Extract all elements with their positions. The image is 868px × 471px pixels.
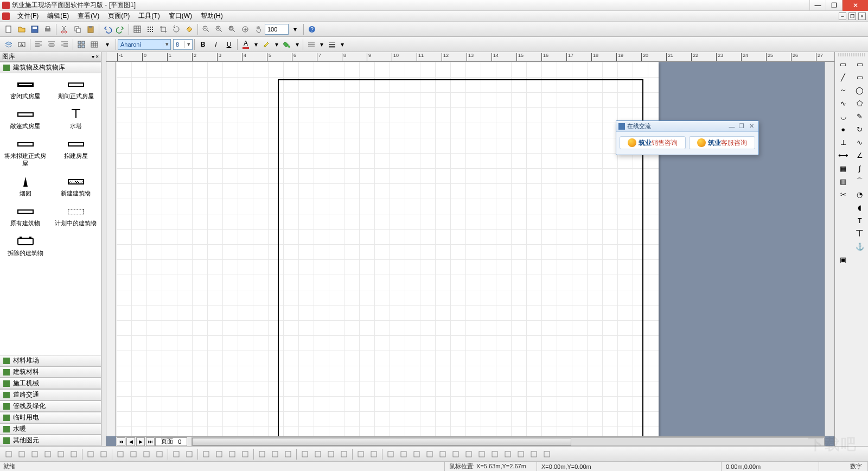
align-middle-button[interactable] (55, 448, 67, 460)
arc-tool[interactable]: ◡ (836, 110, 850, 122)
align-right-button[interactable] (59, 39, 71, 50)
a5-button[interactable] (437, 448, 449, 460)
spacing-h-button[interactable] (355, 448, 367, 460)
a1-button[interactable] (385, 448, 397, 460)
library-item-9[interactable]: 计划中的建筑物 (50, 200, 101, 230)
mdi-minimize-button[interactable]: – (839, 12, 846, 20)
rotate-cw-button[interactable] (114, 448, 126, 460)
hscroll-track[interactable] (192, 437, 825, 446)
chat-panel-header[interactable]: 在线交流 — ❐ ✕ (616, 121, 758, 132)
chat-maximize-button[interactable]: ❐ (737, 123, 746, 130)
menu-帮助[interactable]: 帮助(H) (196, 11, 227, 21)
library-item-2[interactable]: 敞篷式房屋 (0, 103, 50, 133)
edit-point-tool[interactable]: ✎ (853, 110, 867, 122)
vertical-scrollbar[interactable] (825, 62, 834, 436)
curve-tool[interactable]: ∿ (836, 97, 850, 109)
category-active[interactable]: 建筑物及构筑物库 (0, 62, 101, 73)
bring-forward-button[interactable] (226, 448, 238, 460)
spline-tool[interactable]: ∫ (853, 162, 867, 174)
text-box-button[interactable]: A (16, 39, 28, 50)
open-button[interactable] (16, 23, 28, 35)
category-6[interactable]: 水暖 (0, 423, 101, 435)
zoom-page-button[interactable] (239, 23, 251, 35)
angle-tool[interactable]: ∠ (853, 149, 867, 161)
align-center-h-button[interactable] (16, 448, 28, 460)
category-3[interactable]: 道路交通 (0, 389, 101, 400)
help-button[interactable]: ? (306, 23, 318, 35)
mdi-close-button[interactable]: × (858, 12, 866, 20)
redo-button[interactable] (114, 23, 126, 35)
vertical-ruler[interactable] (106, 62, 116, 436)
polyline-tool[interactable]: ▭ (853, 71, 867, 83)
chord-tool[interactable]: ◖ (853, 201, 867, 213)
a2-button[interactable] (398, 448, 410, 460)
minimize-button[interactable]: — (809, 0, 826, 11)
maximize-button[interactable]: ❐ (826, 0, 842, 11)
a8-button[interactable] (476, 448, 488, 460)
bring-front-button[interactable] (200, 448, 212, 460)
select-tool[interactable]: ▭ (836, 58, 850, 70)
underline-button[interactable]: U (223, 39, 235, 50)
group-button[interactable] (170, 448, 182, 460)
fill-dropdown[interactable]: ▾ (294, 39, 301, 50)
library-item-3[interactable]: 水塔 (50, 103, 101, 133)
sales-consult-button[interactable]: 筑业销售咨询 (620, 136, 686, 149)
same-width-button[interactable] (256, 448, 268, 460)
image-tool[interactable]: ▣ (836, 253, 850, 265)
arc2-tool[interactable]: ⌒ (853, 175, 867, 187)
copy-button[interactable] (72, 23, 84, 35)
close-button[interactable]: ✕ (842, 0, 868, 11)
menu-查看[interactable]: 查看(V) (73, 11, 104, 21)
undo-button[interactable] (101, 23, 113, 35)
chat-minimize-button[interactable]: — (727, 123, 737, 130)
pan-button[interactable] (252, 23, 264, 35)
freehand-tool[interactable]: ～ (836, 84, 850, 96)
library-item-7[interactable]: 新建建筑物 (50, 170, 101, 200)
perpendicular-tool[interactable]: ⊥ (836, 136, 850, 148)
library-close-icon[interactable]: × (95, 54, 99, 60)
dropdown-icon[interactable]: ▾ (101, 39, 113, 50)
page-tab[interactable]: 页面 0 (155, 437, 187, 446)
menu-页面[interactable]: 页面(P) (104, 11, 134, 21)
grid-settings-button[interactable] (75, 39, 87, 50)
menu-文件[interactable]: 文件(F) (13, 11, 43, 21)
library-dropdown-icon[interactable]: ▾ (92, 54, 94, 60)
font-size-combo[interactable]: 8▾ (173, 39, 193, 50)
line-weight-dropdown[interactable]: ▾ (339, 39, 346, 50)
line-weight-button[interactable] (326, 39, 338, 50)
zoom-fit-button[interactable] (226, 23, 238, 35)
zoom-dropdown-button[interactable]: ▾ (289, 23, 301, 35)
a12-button[interactable] (528, 448, 540, 460)
a9-button[interactable] (489, 448, 501, 460)
support-consult-button[interactable]: 筑业客服咨询 (689, 136, 755, 149)
category-1[interactable]: 建筑材料 (0, 366, 101, 378)
text-tool[interactable]: T (853, 214, 867, 226)
new-button[interactable] (3, 23, 15, 35)
tab-prev-button[interactable]: ◀ (126, 437, 135, 446)
line-style-button[interactable] (305, 39, 317, 50)
library-item-6[interactable]: 烟囱 (0, 170, 50, 200)
dist-v-button[interactable] (98, 448, 110, 460)
horizontal-ruler[interactable]: -101234567891011121314151617181920212223… (106, 52, 834, 62)
library-item-4[interactable]: 将来拟建正式房屋 (0, 133, 50, 170)
bold-button[interactable]: B (197, 39, 209, 50)
a3-button[interactable] (411, 448, 423, 460)
ellipse-tool[interactable]: ◯ (853, 84, 867, 96)
a4-button[interactable] (424, 448, 436, 460)
line-dropdown[interactable]: ▾ (318, 39, 325, 50)
grid4-button[interactable] (338, 448, 350, 460)
zoom-out-button[interactable] (200, 23, 212, 35)
chat-close-button[interactable]: ✕ (746, 123, 756, 130)
category-4[interactable]: 管线及绿化 (0, 400, 101, 412)
library-item-5[interactable]: 拟建房屋 (50, 133, 101, 170)
dimension-tool[interactable]: ⟷ (836, 149, 850, 161)
align-right-button[interactable] (29, 448, 41, 460)
ungroup-button[interactable] (183, 448, 195, 460)
send-backward-button[interactable] (239, 448, 251, 460)
drawing-frame[interactable] (278, 79, 643, 436)
anchor-tool[interactable]: ⚓ (853, 240, 867, 252)
font-color-dropdown[interactable]: ▾ (253, 39, 259, 50)
font-name-combo[interactable]: Aharoni▾ (118, 39, 171, 50)
align-bottom-button[interactable] (68, 448, 80, 460)
flip-v-button[interactable] (154, 448, 165, 460)
